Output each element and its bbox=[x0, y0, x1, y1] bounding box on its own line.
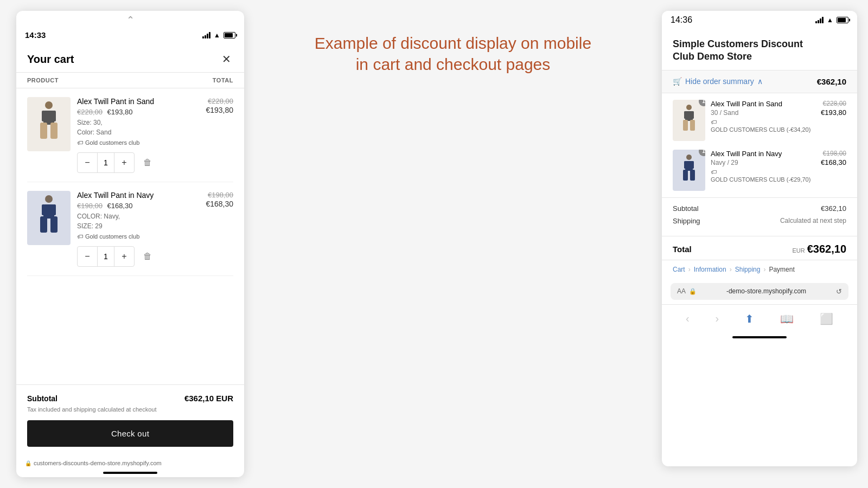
svg-rect-14 bbox=[683, 120, 688, 131]
item-size-navy: SIZE: 29 bbox=[77, 222, 199, 230]
signal-icon-right bbox=[815, 17, 824, 23]
right-items-list: 1 Alex Twill Pant in Sand 30 / Sand 🏷 GO… bbox=[662, 93, 857, 198]
qty-decrease-navy[interactable]: − bbox=[78, 247, 97, 266]
close-button[interactable]: ✕ bbox=[220, 50, 233, 68]
checkout-button[interactable]: Check out bbox=[27, 420, 233, 447]
grand-total-amount: €362,10 bbox=[807, 243, 846, 255]
breadcrumb-sep-3: › bbox=[763, 266, 765, 273]
home-indicator-left bbox=[103, 472, 157, 474]
subtotal-label-right: Subtotal bbox=[673, 204, 699, 213]
order-summary-toggle[interactable]: 🛒 Hide order summary ∧ €362,10 bbox=[662, 70, 857, 93]
breadcrumb-information[interactable]: Information bbox=[694, 266, 726, 273]
svg-rect-15 bbox=[690, 120, 695, 131]
forward-button[interactable]: › bbox=[711, 310, 724, 327]
svg-point-0 bbox=[45, 101, 53, 109]
breadcrumb-sep-1: › bbox=[688, 266, 691, 273]
svg-rect-23 bbox=[692, 161, 694, 169]
svg-rect-16 bbox=[684, 111, 686, 119]
tag-icon-navy: 🏷 bbox=[77, 233, 83, 240]
item-details-navy: Alex Twill Pant in Navy €198,00 €168,30 … bbox=[77, 191, 199, 267]
svg-rect-13 bbox=[685, 111, 693, 121]
cart-title: Your cart bbox=[27, 53, 74, 66]
order-summary-left: 🛒 Hide order summary ∧ bbox=[673, 77, 763, 86]
delete-item-sand[interactable]: 🗑 bbox=[139, 153, 156, 172]
shipping-value-right: Calculated at next step bbox=[780, 217, 846, 225]
url-text-left: customers-discounts-demo-store.myshopify… bbox=[34, 460, 162, 466]
quantity-controls-sand: − 1 + 🗑 bbox=[77, 152, 199, 173]
right-sale-price-sand: €193,80 bbox=[821, 108, 846, 117]
tag-icon-right-sand: 🏷 bbox=[711, 119, 717, 125]
subtotal-row: Subtotal €362,10 EUR bbox=[27, 394, 233, 403]
left-phone: ⌃ 14:33 ▲ Your cart ✕ PRODUCT TOTAL bbox=[16, 11, 244, 477]
price-original-sand: €228,00 bbox=[206, 97, 233, 105]
item-name-sand: Alex Twill Pant in Sand bbox=[77, 97, 199, 106]
hero-title-text: Example of discount display on mobilein … bbox=[315, 34, 591, 73]
right-phone: 14:36 ▲ Simple Customers DiscountClub De… bbox=[662, 11, 857, 466]
url-bar-right[interactable]: AA 🔒 -demo-store.myshopify.com ↺ bbox=[671, 283, 848, 300]
grand-total-row: Total EUR €362,10 bbox=[662, 236, 857, 260]
qty-decrease-sand[interactable]: − bbox=[78, 153, 97, 172]
chevron-up-summary: ∧ bbox=[757, 77, 763, 86]
breadcrumb-cart[interactable]: Cart bbox=[673, 266, 685, 273]
right-item-info-sand: Alex Twill Pant in Sand 30 / Sand 🏷 GOLD… bbox=[711, 100, 815, 141]
tabs-button[interactable]: ⬜ bbox=[815, 310, 838, 328]
share-button[interactable]: ⬆ bbox=[741, 310, 758, 328]
right-item-name-navy: Alex Twill Pant in Navy bbox=[711, 150, 815, 158]
cart-item-sand: Alex Twill Pant in Sand €228,00 €193,80 … bbox=[27, 88, 233, 182]
svg-rect-11 bbox=[53, 204, 56, 215]
right-item-club-price-navy: GOLD CUSTOMERS CLUB (-€29,70) bbox=[711, 176, 815, 183]
bookmarks-button[interactable]: 📖 bbox=[776, 310, 798, 328]
item-price-col-navy: €198,00 €168,30 bbox=[206, 191, 233, 267]
delete-item-navy[interactable]: 🗑 bbox=[139, 247, 156, 266]
url-bar-left: 🔒 customers-discounts-demo-store.myshopi… bbox=[16, 455, 244, 468]
shipping-row-right: Shipping Calculated at next step bbox=[673, 217, 846, 225]
status-bar-left: 14:33 ▲ bbox=[16, 26, 244, 44]
home-indicator-right bbox=[732, 336, 787, 338]
hide-summary-label: Hide order summary bbox=[685, 77, 754, 86]
lock-icon-right: 🔒 bbox=[689, 288, 697, 295]
cart-icon-small: 🛒 bbox=[673, 77, 682, 86]
product-image-sand bbox=[27, 97, 71, 151]
svg-rect-4 bbox=[42, 111, 45, 121]
battery-icon bbox=[224, 32, 235, 38]
right-product-img-navy: 1 bbox=[673, 150, 705, 191]
quantity-controls-navy: − 1 + 🗑 bbox=[77, 246, 199, 267]
qty-value-navy: 1 bbox=[97, 247, 114, 266]
store-title-text: Simple Customers DiscountClub Demo Store bbox=[673, 38, 803, 62]
refresh-icon[interactable]: ↺ bbox=[836, 287, 842, 296]
right-item-name-sand: Alex Twill Pant in Sand bbox=[711, 100, 815, 108]
qty-increase-navy[interactable]: + bbox=[114, 247, 134, 266]
right-product-img-sand: 1 bbox=[673, 100, 705, 141]
qty-value-sand: 1 bbox=[97, 153, 114, 172]
time-left: 14:33 bbox=[25, 30, 46, 40]
right-item-variant-sand: 30 / Sand bbox=[711, 109, 815, 117]
svg-rect-2 bbox=[40, 123, 47, 139]
center-section: Example of discount display on mobilein … bbox=[244, 0, 662, 75]
wifi-icon-right: ▲ bbox=[827, 16, 833, 24]
breadcrumb-shipping[interactable]: Shipping bbox=[735, 266, 761, 273]
right-orig-price-navy: €198,00 bbox=[821, 150, 846, 157]
tag-icon-right-navy: 🏷 bbox=[711, 169, 717, 175]
summary-total: €362,10 bbox=[817, 77, 846, 86]
tag-icon-sand: 🏷 bbox=[77, 139, 83, 146]
subtotal-label: Subtotal bbox=[27, 394, 58, 403]
gold-club-label-navy: Gold customers club bbox=[85, 233, 139, 240]
price-sale-sand: €193,80 bbox=[206, 106, 233, 114]
right-item-sand: 1 Alex Twill Pant in Sand 30 / Sand 🏷 GO… bbox=[673, 100, 846, 141]
right-item-prices-sand: €228,00 €193,80 bbox=[821, 100, 846, 141]
gold-club-badge-navy: 🏷 Gold customers club bbox=[77, 233, 139, 240]
qty-increase-sand[interactable]: + bbox=[114, 153, 134, 172]
aa-text: AA bbox=[677, 287, 686, 295]
status-bar-right: 14:36 ▲ bbox=[662, 11, 857, 29]
cart-footer: Subtotal €362,10 EUR Tax included and sh… bbox=[16, 384, 244, 455]
subtotal-value-right: €362,10 bbox=[821, 204, 846, 213]
back-button[interactable]: ‹ bbox=[681, 310, 694, 327]
svg-rect-20 bbox=[683, 170, 688, 181]
grand-total-label: Total bbox=[673, 245, 692, 254]
signal-icon bbox=[202, 32, 210, 38]
svg-point-6 bbox=[45, 195, 53, 203]
qty-box-navy: − 1 + bbox=[77, 246, 135, 267]
svg-rect-22 bbox=[684, 161, 686, 169]
right-item-club-badge-sand: 🏷 bbox=[711, 119, 815, 125]
cart-items-list: Alex Twill Pant in Sand €228,00 €193,80 … bbox=[16, 88, 244, 384]
